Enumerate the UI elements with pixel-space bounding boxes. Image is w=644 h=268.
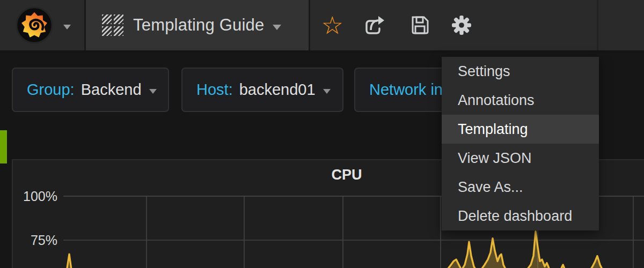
save-icon [408, 14, 431, 36]
dashboard-title-dropdown[interactable]: Templating Guide [84, 0, 310, 50]
grafana-logo-icon [15, 6, 54, 44]
menu-item-annotations[interactable]: Annotations [442, 86, 599, 115]
settings-gear-button[interactable] [447, 0, 477, 50]
menu-item-view-json[interactable]: View JSON [442, 144, 599, 173]
star-icon: ☆ [321, 13, 343, 38]
save-button[interactable] [405, 0, 435, 50]
grafana-logo-menu[interactable] [0, 0, 84, 50]
star-button[interactable]: ☆ [317, 0, 347, 50]
dashboard-grid-icon [102, 14, 123, 36]
chevron-down-icon [149, 89, 157, 94]
variable-value: backend01 [239, 81, 316, 99]
variable-label: Group: [27, 81, 75, 99]
share-button[interactable] [360, 0, 390, 50]
menu-item-save-as[interactable]: Save As... [442, 173, 599, 202]
menu-item-delete-dashboard[interactable]: Delete dashboard [442, 202, 599, 230]
variable-label: Network in [369, 81, 443, 99]
menu-item-settings[interactable]: Settings [442, 57, 599, 86]
chevron-down-icon [323, 89, 331, 94]
variable-value: Backend [81, 81, 142, 99]
top-navbar: Templating Guide ☆ [0, 0, 644, 53]
variable-selector-group[interactable]: Group: Backend [12, 68, 169, 112]
row-menu-handle[interactable] [0, 130, 7, 163]
variable-selector-host[interactable]: Host: backend01 [181, 68, 343, 112]
gear-icon [451, 15, 472, 35]
chevron-down-icon [63, 25, 71, 29]
share-icon [363, 13, 386, 37]
chevron-down-icon [273, 25, 281, 30]
navbar-divider [597, 0, 598, 50]
menu-item-templating[interactable]: Templating [442, 115, 599, 144]
settings-dropdown-menu: SettingsAnnotationsTemplatingView JSONSa… [442, 57, 599, 230]
dashboard-title: Templating Guide [133, 16, 264, 35]
variable-label: Host: [196, 81, 233, 99]
